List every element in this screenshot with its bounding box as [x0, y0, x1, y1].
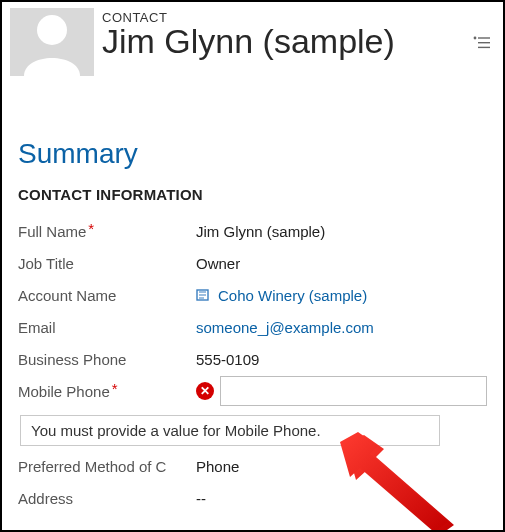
value-job-title[interactable]: Owner	[196, 255, 487, 272]
field-business-phone[interactable]: Business Phone 555-0109	[18, 343, 487, 375]
label-preferred-method: Preferred Method of C	[18, 458, 196, 475]
label-account-name: Account Name	[18, 287, 196, 304]
link-text[interactable]: Coho Winery (sample)	[218, 287, 367, 304]
value-full-name[interactable]: Jim Glynn (sample)	[196, 223, 487, 240]
field-job-title[interactable]: Job Title Owner	[18, 247, 487, 279]
field-full-name[interactable]: Full Name * Jim Glynn (sample)	[18, 215, 487, 247]
section-contact-info: CONTACT INFORMATION	[2, 180, 503, 215]
label-full-name: Full Name *	[18, 223, 196, 240]
record-name: Jim Glynn (sample)	[102, 23, 463, 60]
fields: Full Name * Jim Glynn (sample) Job Title…	[2, 215, 503, 514]
label-mobile-phone: Mobile Phone *	[18, 383, 196, 400]
lookup-icon	[196, 288, 212, 302]
field-account-name[interactable]: Account Name Coho Winery (sample)	[18, 279, 487, 311]
label-job-title: Job Title	[18, 255, 196, 272]
label-business-phone: Business Phone	[18, 351, 196, 368]
svg-point-2	[474, 37, 477, 40]
field-preferred-method[interactable]: Preferred Method of C Phone	[18, 450, 487, 482]
field-address[interactable]: Address --	[18, 482, 487, 514]
field-email[interactable]: Email someone_j@example.com	[18, 311, 487, 343]
validation-tooltip: You must provide a value for Mobile Phon…	[20, 415, 440, 446]
label-text: Full Name	[18, 223, 86, 240]
mobile-phone-input[interactable]	[220, 376, 487, 406]
field-mobile-phone[interactable]: Mobile Phone * ✕	[18, 375, 487, 407]
record-header: CONTACT Jim Glynn (sample)	[2, 2, 503, 80]
title-block: CONTACT Jim Glynn (sample)	[102, 8, 463, 60]
svg-rect-3	[478, 37, 490, 38]
error-icon: ✕	[196, 382, 214, 400]
svg-rect-4	[478, 42, 490, 43]
value-email[interactable]: someone_j@example.com	[196, 319, 487, 336]
value-address[interactable]: --	[196, 490, 487, 507]
value-account-name[interactable]: Coho Winery (sample)	[196, 287, 487, 304]
label-text: Mobile Phone	[18, 383, 110, 400]
person-icon	[10, 8, 94, 76]
avatar[interactable]	[10, 8, 94, 76]
label-address: Address	[18, 490, 196, 507]
label-email: Email	[18, 319, 196, 336]
tab-summary[interactable]: Summary	[2, 80, 503, 180]
value-preferred-method[interactable]: Phone	[196, 458, 487, 475]
header-menu-icon[interactable]	[471, 28, 495, 56]
svg-point-1	[37, 15, 67, 45]
value-business-phone[interactable]: 555-0109	[196, 351, 487, 368]
svg-rect-5	[478, 47, 490, 48]
